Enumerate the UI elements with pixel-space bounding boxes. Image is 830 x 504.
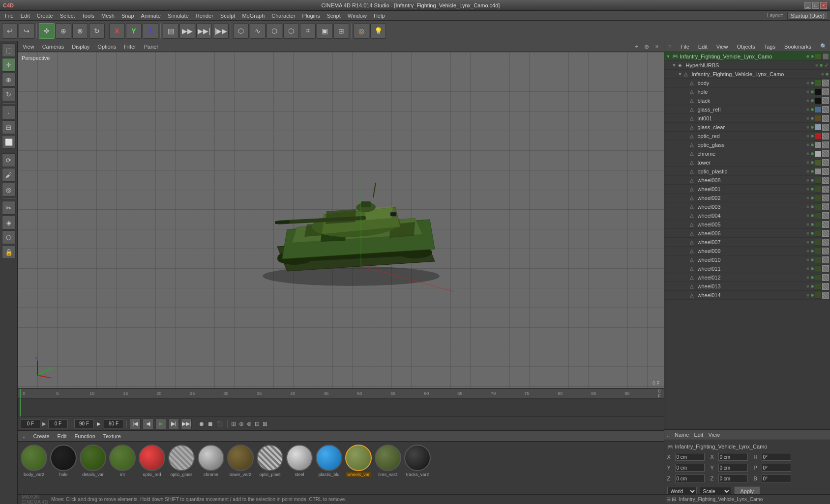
layout-preset[interactable]: Startup (User) [787, 12, 828, 20]
light-btn[interactable]: 💡 [370, 23, 386, 39]
attr-name-menu[interactable]: Name [675, 432, 689, 438]
obj-wheel010[interactable]: △ wheel010 [664, 255, 830, 264]
rp-icon-2[interactable]: ⊞ [672, 496, 676, 503]
menu-animate[interactable]: Animate [138, 12, 164, 19]
move-left-tool[interactable]: ✛ [2, 58, 16, 72]
obj-optic_plastic[interactable]: △ optic_plastic [664, 167, 830, 176]
obj-glass_clear[interactable]: △ glass_clear [664, 123, 830, 132]
spline-button[interactable]: ∿ [250, 23, 266, 39]
obj-chrome[interactable]: △ chrome [664, 149, 830, 158]
y-axis-button[interactable]: Y [126, 23, 142, 39]
magnet-tool[interactable]: ◈ [2, 216, 16, 229]
scene-button[interactable]: ⊞ [333, 23, 349, 39]
timeline-track[interactable] [18, 398, 664, 417]
viewport-icon-1[interactable]: + [633, 43, 640, 51]
curve-icon[interactable]: ⊕ [239, 420, 244, 427]
material-optic_glass[interactable]: optic_glass [168, 445, 195, 477]
menu-script[interactable]: Script [324, 12, 344, 19]
motion-icon[interactable]: ⊗ [247, 420, 252, 427]
y-input[interactable] [675, 464, 705, 472]
menu-render[interactable]: Render [193, 12, 216, 19]
select-tool[interactable]: ⬚ [2, 43, 16, 57]
object-tree[interactable]: ▼ 🎮 Infantry_Fighting_Vehicle_Lynx_Camo … [664, 52, 830, 429]
obj-wheel014[interactable]: △ wheel014 [664, 291, 830, 300]
viewport-options-menu[interactable]: Options [95, 43, 118, 50]
rp-icon-1[interactable]: ⊟ [666, 496, 671, 503]
menu-window[interactable]: Window [345, 12, 370, 19]
obj-wheel004[interactable]: △ wheel004 [664, 211, 830, 220]
edge-mode[interactable]: ⊟ [2, 120, 16, 134]
material-body_var2[interactable]: body_var2 [21, 445, 47, 477]
obj-hypernurbs[interactable]: ▼ ◈ HyperNURBS ✓ [664, 61, 830, 70]
obj-bookmarks-menu[interactable]: Bookmarks [782, 43, 813, 50]
render-btn[interactable]: ◎ [354, 23, 369, 39]
menu-mesh[interactable]: Mesh [98, 12, 118, 19]
menu-character[interactable]: Character [268, 12, 298, 19]
material-function-menu[interactable]: Function [73, 433, 97, 440]
tool-b[interactable]: ▶▶| [196, 23, 212, 39]
total-frames-input[interactable] [104, 420, 123, 428]
poly-mode[interactable]: ⬜ [2, 135, 16, 149]
material-tower_var2[interactable]: tower_var2 [227, 445, 254, 477]
material-hole[interactable]: hole [50, 445, 77, 477]
material-edit-menu[interactable]: Edit [56, 433, 69, 440]
obj-body[interactable]: △ body [664, 79, 830, 87]
tool-c[interactable]: |▶▶ [213, 23, 229, 39]
menu-edit[interactable]: Edit [18, 12, 33, 19]
hz-input[interactable] [718, 475, 748, 482]
point-mode[interactable]: · [2, 106, 16, 119]
play-button[interactable]: ▶ [155, 419, 166, 429]
go-start-button[interactable]: |◀ [130, 419, 141, 429]
key-icon[interactable]: ⏺ [199, 420, 205, 427]
material-optic_red[interactable]: optic_red [139, 445, 165, 477]
obj-wheel012[interactable]: △ wheel012 [664, 273, 830, 282]
material-int[interactable]: int [109, 445, 136, 477]
menu-file[interactable]: File [2, 12, 17, 19]
tool-a[interactable]: ▤ [163, 23, 178, 39]
material-optic_plast[interactable]: optic_plast [257, 445, 283, 477]
menu-tools[interactable]: Tools [79, 12, 97, 19]
obj-black[interactable]: △ black [664, 96, 830, 105]
hx-input[interactable] [718, 453, 748, 461]
viewport-view-menu[interactable]: View [21, 43, 36, 50]
brush-tool[interactable]: ⬡ [2, 230, 16, 244]
obj-glass_refl[interactable]: △ glass_refl [664, 105, 830, 114]
obj-wheel007[interactable]: △ wheel007 [664, 238, 830, 247]
scale-left-tool[interactable]: ⊕ [2, 73, 16, 86]
record-button[interactable]: ▶▶ [179, 23, 195, 39]
obj-tower[interactable]: △ tower [664, 158, 830, 167]
live-sel[interactable]: ◎ [2, 183, 16, 196]
viewport-display-menu[interactable]: Display [70, 43, 91, 50]
material-plastic_blu[interactable]: plastic_blu [316, 445, 342, 477]
obj-wheel013[interactable]: △ wheel013 [664, 282, 830, 291]
x-input[interactable] [675, 453, 705, 461]
end-frame-display[interactable] [74, 420, 94, 428]
viewport-icon-3[interactable]: × [653, 43, 660, 51]
next-frame-button[interactable]: ▶| [168, 419, 179, 429]
attr-edit-menu[interactable]: Edit [694, 432, 703, 438]
start-frame-input[interactable] [48, 420, 68, 428]
redo-button[interactable]: ↪ [19, 23, 34, 39]
h-input[interactable] [762, 453, 791, 461]
maximize-button[interactable]: □ [812, 2, 819, 9]
menu-plugins[interactable]: Plugins [299, 12, 323, 19]
hy-input[interactable] [718, 464, 748, 472]
obj-wheel001[interactable]: △ wheel001 [664, 185, 830, 194]
object-tool-button[interactable]: ⊕ [56, 23, 71, 39]
obj-wheel002[interactable]: △ wheel002 [664, 194, 830, 202]
obj-tags-menu[interactable]: Tags [762, 43, 777, 50]
obj-optic_glass[interactable]: △ optic_glass [664, 140, 830, 149]
current-frame-input[interactable] [21, 420, 40, 428]
layer-icon[interactable]: ⊟ [255, 420, 260, 427]
knife-tool[interactable]: ✂ [2, 201, 16, 215]
z-input[interactable] [675, 475, 705, 482]
rotate-left-tool[interactable]: ↻ [2, 87, 16, 101]
menu-simulate[interactable]: Simulate [165, 12, 192, 19]
cube-button[interactable]: ⬡ [233, 23, 249, 39]
obj-optic_red[interactable]: △ optic_red [664, 132, 830, 140]
minimize-button[interactable]: _ [804, 2, 811, 9]
obj-wheel006[interactable]: △ wheel006 [664, 229, 830, 238]
viewport-icon-2[interactable]: ⊕ [642, 43, 651, 51]
viewport-filter-menu[interactable]: Filter [122, 43, 138, 50]
p-input[interactable] [762, 464, 791, 472]
